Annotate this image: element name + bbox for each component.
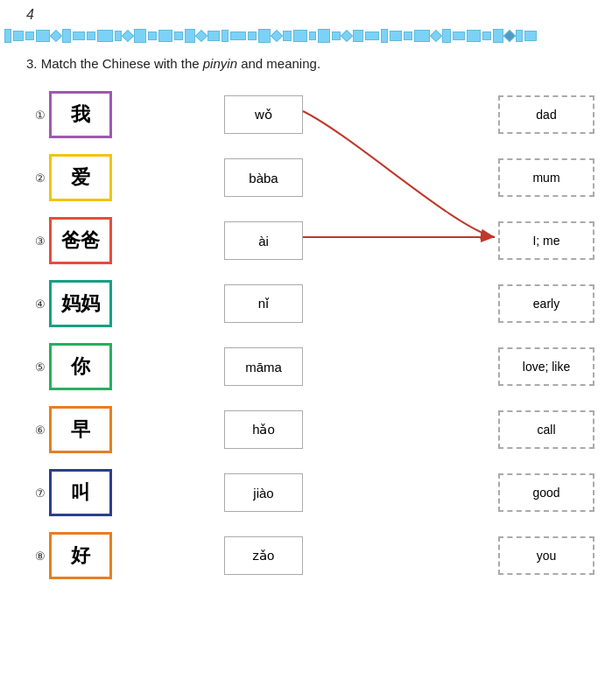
pinyin-box-1[interactable]: wǒ [224, 95, 303, 134]
border-pattern [4, 29, 608, 43]
instruction: 3. Match the Chinese with the pinyin and… [26, 56, 320, 71]
pinyin-box-6[interactable]: hǎo [224, 410, 303, 449]
row-4: ④ 妈妈 nǐ early [18, 276, 594, 331]
row-number-5: ⑤ [18, 360, 49, 374]
chinese-box-3[interactable]: 爸爸 [49, 217, 112, 264]
row-5: ⑤ 你 māma love; like [18, 340, 594, 394]
row-number-8: ⑧ [18, 550, 49, 563]
exercise-area: ① 我 wǒ dad ② 爱 bàba mum ③ 爸爸 ài I; me ④ … [18, 88, 594, 682]
page-number: 4 [26, 7, 34, 23]
decorative-border [0, 26, 612, 46]
pinyin-box-3[interactable]: ài [224, 221, 303, 260]
meaning-box-2[interactable]: mum [498, 158, 594, 197]
row-number-3: ③ [18, 234, 49, 248]
row-number-2: ② [18, 172, 49, 185]
pinyin-box-7[interactable]: jiào [224, 473, 303, 512]
row-6: ⑥ 早 hǎo call [18, 402, 594, 457]
pinyin-box-4[interactable]: nǐ [224, 284, 303, 323]
pinyin-box-8[interactable]: zǎo [224, 536, 303, 575]
meaning-box-1[interactable]: dad [498, 95, 594, 134]
meaning-box-7[interactable]: good [498, 473, 594, 512]
chinese-box-6[interactable]: 早 [49, 406, 112, 453]
row-number-1: ① [18, 108, 49, 122]
row-number-7: ⑦ [18, 486, 49, 500]
meaning-box-6[interactable]: call [498, 410, 594, 449]
pinyin-box-5[interactable]: māma [224, 347, 303, 386]
meaning-box-3[interactable]: I; me [498, 221, 594, 260]
row-2: ② 爱 bàba mum [18, 150, 594, 205]
chinese-box-8[interactable]: 好 [49, 532, 112, 579]
row-3: ③ 爸爸 ài I; me [18, 214, 594, 268]
meaning-box-4[interactable]: early [498, 284, 594, 323]
row-number-6: ⑥ [18, 424, 49, 437]
meaning-box-8[interactable]: you [498, 536, 594, 575]
row-1: ① 我 wǒ dad [18, 88, 594, 142]
chinese-box-5[interactable]: 你 [49, 343, 112, 390]
row-number-4: ④ [18, 298, 49, 311]
chinese-box-2[interactable]: 爱 [49, 154, 112, 201]
pinyin-box-2[interactable]: bàba [224, 158, 303, 197]
row-7: ⑦ 叫 jiào good [18, 466, 594, 520]
row-8: ⑧ 好 zǎo you [18, 528, 594, 583]
chinese-box-7[interactable]: 叫 [49, 469, 112, 516]
chinese-box-1[interactable]: 我 [49, 91, 112, 138]
meaning-box-5[interactable]: love; like [498, 347, 594, 386]
chinese-box-4[interactable]: 妈妈 [49, 280, 112, 327]
